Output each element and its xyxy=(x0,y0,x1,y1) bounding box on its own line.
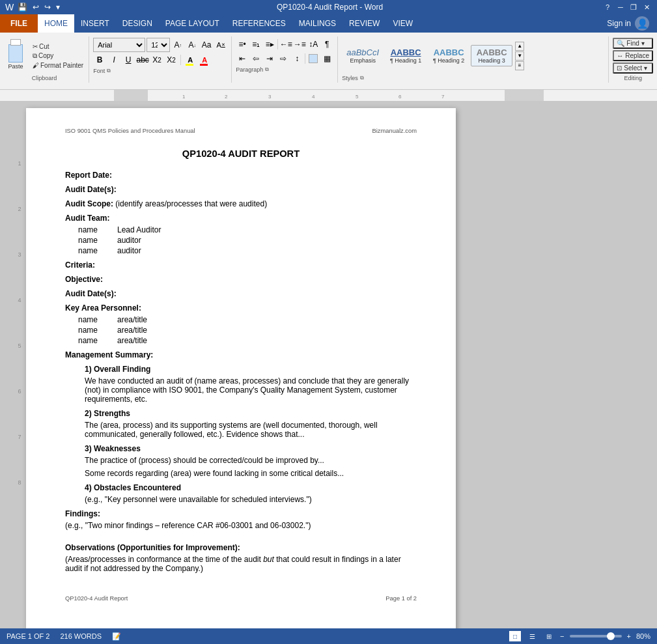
footer-left: QP1020-4 Audit Report xyxy=(65,595,128,602)
font-case-button[interactable]: Aa xyxy=(200,38,213,51)
sort-button[interactable]: ↕A xyxy=(307,38,320,51)
style-heading3[interactable]: AABBC Heading 3 xyxy=(471,45,512,66)
justify-button[interactable]: ⇨ xyxy=(277,52,290,65)
style-heading2[interactable]: AABBC ¶ Heading 2 xyxy=(428,46,469,66)
shading-button[interactable] xyxy=(307,52,320,65)
style-heading1[interactable]: AABBC ¶ Heading 1 xyxy=(385,46,426,66)
close-button[interactable]: ✕ xyxy=(641,2,652,12)
clipboard-label: Clipboard xyxy=(32,75,57,81)
page-header: ISO 9001 QMS Policies and Procedures Man… xyxy=(65,128,417,135)
svg-text:1: 1 xyxy=(182,94,186,100)
team-list: name Lead Auditor name auditor name audi… xyxy=(78,225,417,255)
key-area-field: Key Area Personnel: name area/title name… xyxy=(65,303,417,345)
italic-button[interactable]: I xyxy=(107,53,120,66)
menu-bar: FILE HOME INSERT DESIGN PAGE LAYOUT REFE… xyxy=(0,14,657,33)
findings-value: (e.g., "Two minor findings – reference C… xyxy=(65,521,417,530)
font-size-select[interactable]: 12 xyxy=(147,38,170,52)
svg-rect-0 xyxy=(114,90,544,102)
paste-button[interactable]: Paste xyxy=(3,38,29,74)
section-weaknesses-body1: The practice of (process) should be corr… xyxy=(85,456,417,465)
superscript-button[interactable]: X2 xyxy=(165,53,178,66)
menu-page-layout[interactable]: PAGE LAYOUT xyxy=(159,14,226,33)
font-color-button[interactable]: A xyxy=(198,53,211,66)
increase-indent-button[interactable]: →≡ xyxy=(293,38,306,51)
editing-label: Editing xyxy=(624,75,642,81)
svg-text:7: 7 xyxy=(441,94,445,100)
menu-mailings[interactable]: MAILINGS xyxy=(292,14,342,33)
decrease-indent-button[interactable]: ←≡ xyxy=(279,38,292,51)
restore-button[interactable]: ❐ xyxy=(628,2,639,12)
styles-expand-icon[interactable]: ⧉ xyxy=(360,75,364,81)
section-obstacles-heading: 4) Obstacles Encountered xyxy=(85,483,417,492)
footer-right: Page 1 of 2 xyxy=(385,595,417,602)
menu-home[interactable]: HOME xyxy=(38,14,74,33)
text-highlight-button[interactable]: A xyxy=(184,53,197,66)
audit-scope-field: Audit Scope: (identify areas/processes t… xyxy=(65,199,417,208)
font-expand-icon[interactable]: ⧉ xyxy=(107,68,111,74)
align-right-button[interactable]: ⇥ xyxy=(263,52,276,65)
minimize-button[interactable]: ─ xyxy=(615,2,626,12)
team-member-2: name auditor xyxy=(78,236,417,245)
title-bar: W 💾 ↩ ↪ ▾ QP1020-4 Audit Report - Word ?… xyxy=(0,0,657,14)
team-member-3: name auditor xyxy=(78,246,417,255)
window-title: QP1020-4 Audit Report - Word xyxy=(57,3,602,12)
svg-text:6: 6 xyxy=(398,94,402,100)
audit-team-field: Audit Team: name Lead Auditor name audit… xyxy=(65,214,417,255)
find-button[interactable]: 🔍Find▾ xyxy=(613,38,653,49)
styles-scroll-up[interactable]: ▲ xyxy=(515,42,524,51)
borders-button[interactable]: ▦ xyxy=(320,52,333,65)
copy-button[interactable]: ⧉Copy xyxy=(30,51,86,61)
paragraph-expand-icon[interactable]: ⧉ xyxy=(265,66,269,73)
format-painter-button[interactable]: 🖌Format Painter xyxy=(30,61,86,70)
strikethrough-button[interactable]: abc xyxy=(136,53,149,66)
replace-button[interactable]: ↔Replace xyxy=(613,50,653,61)
qat-redo[interactable]: ↪ xyxy=(43,1,52,13)
svg-text:5: 5 xyxy=(356,94,359,100)
menu-references[interactable]: REFERENCES xyxy=(226,14,292,33)
menu-review[interactable]: REVIEW xyxy=(342,14,386,33)
font-face-select[interactable]: Arial xyxy=(93,38,145,52)
styles-scroll-down[interactable]: ▼ xyxy=(515,51,524,61)
clear-formatting-button[interactable]: A✕ xyxy=(214,38,227,51)
cut-button[interactable]: ✂Cut xyxy=(30,42,86,51)
line-spacing-button[interactable]: ↕ xyxy=(290,52,303,65)
font-grow-button[interactable]: A↑ xyxy=(171,38,184,51)
svg-text:2: 2 xyxy=(225,94,228,100)
sign-in-button[interactable]: Sign in 👤 xyxy=(599,14,657,33)
section-weaknesses-heading: 3) Weaknesses xyxy=(85,444,417,453)
menu-view[interactable]: VIEW xyxy=(386,14,419,33)
menu-insert[interactable]: INSERT xyxy=(74,14,116,33)
header-left: ISO 9001 QMS Policies and Procedures Man… xyxy=(65,128,195,134)
bullets-button[interactable]: ≡• xyxy=(236,38,249,51)
key-area-list: name area/title name area/title name are… xyxy=(78,315,417,345)
report-date-field: Report Date: xyxy=(65,171,417,180)
key-area-member-1: name area/title xyxy=(78,315,417,324)
menu-design[interactable]: DESIGN xyxy=(116,14,159,33)
bold-button[interactable]: B xyxy=(93,53,106,66)
section-overall-heading: 1) Overall Finding xyxy=(85,365,417,374)
qat-undo[interactable]: ↩ xyxy=(31,1,40,13)
font-shrink-button[interactable]: A↓ xyxy=(186,38,199,51)
select-button[interactable]: ⊡Select▾ xyxy=(613,63,653,74)
multilevel-button[interactable]: ≡▸ xyxy=(263,38,276,51)
align-left-button[interactable]: ⇤ xyxy=(236,52,249,65)
document-title[interactable]: QP1020-4 AUDIT REPORT xyxy=(65,148,417,159)
document-area: 1 2 3 4 5 6 7 8 ISO 9001 QMS Policies an… xyxy=(0,102,657,628)
objective-field: Objective: xyxy=(65,275,417,284)
svg-text:3: 3 xyxy=(268,94,272,100)
section-weaknesses-body2: Some records regarding (area) were found… xyxy=(85,469,417,478)
team-member-1: name Lead Auditor xyxy=(78,225,417,234)
styles-more[interactable]: ≡ xyxy=(515,61,524,70)
align-center-button[interactable]: ⇦ xyxy=(249,52,262,65)
show-marks-button[interactable]: ¶ xyxy=(320,38,333,51)
audit-dates2-field: Audit Date(s): xyxy=(65,289,417,298)
style-emphasis[interactable]: aaBbCcI Emphasis xyxy=(342,46,384,66)
help-button[interactable]: ? xyxy=(602,2,613,12)
styles-label: Styles ⧉ xyxy=(342,75,604,81)
numbering-button[interactable]: ≡₁ xyxy=(249,38,262,51)
menu-file[interactable]: FILE xyxy=(0,14,38,33)
subscript-button[interactable]: X2 xyxy=(150,53,163,66)
underline-button[interactable]: U xyxy=(122,53,135,66)
criteria-field: Criteria: xyxy=(65,260,417,270)
qat-save[interactable]: 💾 xyxy=(16,1,29,13)
